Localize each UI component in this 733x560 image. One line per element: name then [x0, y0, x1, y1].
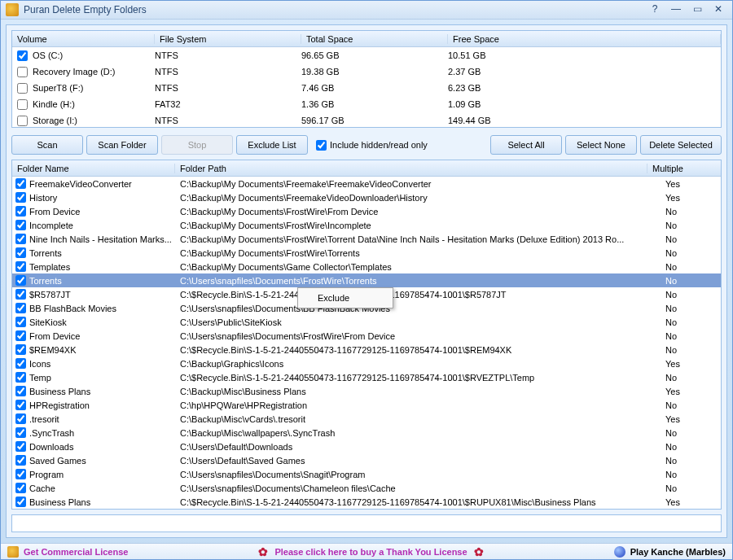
result-checkbox[interactable]	[15, 261, 26, 272]
volume-checkbox[interactable]	[17, 50, 28, 61]
col-folder-name[interactable]: Folder Name	[12, 164, 175, 173]
result-row[interactable]: .tresoritC:\Backup\Misc\vCards\.tresorit…	[12, 412, 721, 426]
result-checkbox[interactable]	[15, 372, 26, 383]
result-row[interactable]: Nine Inch Nails - Hesitation Marks...C:\…	[12, 232, 721, 246]
titlebar: Puran Delete Empty Folders ? — ▭ ✕	[1, 1, 732, 20]
result-checkbox[interactable]	[15, 317, 26, 327]
result-row[interactable]: CacheC:\Users\snapfiles\Documents\Chamel…	[12, 481, 721, 495]
result-checkbox[interactable]	[15, 358, 26, 369]
result-row[interactable]: DownloadsC:\Users\Default\DownloadsNo	[12, 440, 721, 453]
folder-name: BB FlashBack Movies	[29, 304, 116, 313]
volume-row[interactable]: OS (C:)NTFS96.65 GB10.51 GB	[12, 47, 721, 63]
result-checkbox[interactable]	[15, 247, 26, 258]
commercial-license-link[interactable]: Get Commercial License	[7, 546, 128, 558]
result-checkbox[interactable]	[15, 386, 26, 396]
result-row[interactable]: TorrentsC:\Backup\My Documents\FrostWire…	[12, 246, 721, 260]
folder-name: Icons	[29, 359, 50, 369]
result-row[interactable]: Saved GamesC:\Users\Default\Saved GamesN…	[12, 453, 721, 467]
col-filesystem[interactable]: File System	[155, 34, 301, 44]
scan-folder-button[interactable]: Scan Folder	[86, 135, 158, 155]
result-checkbox[interactable]	[15, 497, 26, 507]
col-volume[interactable]: Volume	[12, 34, 155, 44]
minimize-button[interactable]: —	[667, 3, 685, 16]
volumes-list[interactable]: Volume File System Total Space Free Spac…	[11, 30, 722, 128]
select-none-button[interactable]: Select None	[565, 135, 637, 155]
folder-name: .SyncTrash	[29, 428, 74, 438]
result-row[interactable]: $REM94XKC:\$Recycle.Bin\S-1-5-21-2440550…	[12, 343, 721, 357]
result-checkbox[interactable]	[15, 483, 26, 493]
exclude-list-button[interactable]: Exclude List	[236, 135, 308, 155]
result-row[interactable]: From DeviceC:\Backup\My Documents\FrostW…	[12, 204, 721, 218]
result-row[interactable]: SiteKioskC:\Users\Public\SiteKioskNo	[12, 315, 721, 329]
volume-checkbox[interactable]	[17, 99, 28, 110]
context-exclude[interactable]: Exclude	[300, 290, 391, 306]
folder-multiple: Yes	[661, 387, 721, 396]
result-row[interactable]: FreemakeVideoConverterC:\Backup\My Docum…	[12, 177, 721, 190]
result-row[interactable]: HistoryC:\Backup\My Documents\FreemakeVi…	[12, 190, 721, 204]
volume-checkbox[interactable]	[17, 83, 28, 94]
result-checkbox[interactable]	[15, 469, 26, 479]
result-row[interactable]: From DeviceC:\Users\snapfiles\Documents\…	[12, 329, 721, 343]
result-checkbox[interactable]	[15, 220, 26, 230]
result-checkbox[interactable]	[15, 400, 26, 410]
close-button[interactable]: ✕	[709, 3, 727, 16]
result-checkbox[interactable]	[15, 330, 26, 341]
result-checkbox[interactable]	[15, 344, 26, 355]
maximize-button[interactable]: ▭	[688, 3, 706, 16]
select-all-button[interactable]: Select All	[490, 135, 562, 155]
folder-path: C:\$Recycle.Bin\S-1-5-21-2440550473-1167…	[175, 497, 661, 507]
volume-row[interactable]: Kindle (H:)FAT321.36 GB1.09 GB	[12, 96, 721, 112]
play-kanche-link[interactable]: Play Kanche (Marbles)	[614, 546, 726, 558]
folder-path: C:\$Recycle.Bin\S-1-5-21-2440550473-1167…	[175, 345, 661, 355]
result-row[interactable]: Business PlansC:\$Recycle.Bin\S-1-5-21-2…	[12, 495, 721, 509]
result-checkbox[interactable]	[15, 206, 26, 217]
volume-checkbox[interactable]	[17, 67, 28, 77]
result-row[interactable]: IncompleteC:\Backup\My Documents\FrostWi…	[12, 218, 721, 232]
result-row[interactable]: IconsC:\Backup\Graphics\IconsYes	[12, 357, 721, 370]
result-checkbox[interactable]	[15, 303, 26, 313]
result-checkbox[interactable]	[15, 192, 26, 203]
result-checkbox[interactable]	[15, 275, 26, 286]
scan-button[interactable]: Scan	[11, 135, 83, 155]
result-checkbox[interactable]	[15, 289, 26, 300]
folder-multiple: No	[661, 248, 721, 258]
help-button[interactable]: ?	[646, 3, 664, 16]
result-row[interactable]: .SyncTrashC:\Backup\Misc\wallpapers\.Syn…	[12, 426, 721, 440]
col-total-space[interactable]: Total Space	[301, 34, 448, 44]
folder-multiple: No	[661, 373, 721, 383]
result-checkbox[interactable]	[15, 427, 26, 438]
folder-path: C:\Users\snapfiles\Documents\FrostWire\F…	[175, 331, 661, 341]
col-free-space[interactable]: Free Space	[448, 34, 721, 44]
result-row[interactable]: TempC:\$Recycle.Bin\S-1-5-21-2440550473-…	[12, 370, 721, 384]
volume-row[interactable]: SuperT8 (F:)NTFS7.46 GB6.23 GB	[12, 80, 721, 96]
volume-fs: NTFS	[155, 83, 301, 93]
volume-fs: NTFS	[155, 67, 301, 77]
result-row[interactable]: ProgramC:\Users\snapfiles\Documents\Snag…	[12, 467, 721, 481]
folder-multiple: Yes	[661, 193, 721, 203]
folder-path: C:\Users\Default\Saved Games	[175, 456, 661, 466]
result-checkbox[interactable]	[15, 441, 26, 452]
result-row[interactable]: TorrentsC:\Users\snapfiles\Documents\Fro…	[12, 273, 721, 287]
result-checkbox[interactable]	[15, 455, 26, 466]
result-row[interactable]: TemplatesC:\Backup\My Documents\Game Col…	[12, 260, 721, 273]
volume-free: 1.09 GB	[448, 99, 721, 109]
volume-row[interactable]: Recovery Image (D:)NTFS19.38 GB2.37 GB	[12, 63, 721, 80]
volume-row[interactable]: Storage (I:)NTFS596.17 GB149.44 GB	[12, 112, 721, 128]
results-list[interactable]: Folder Name Folder Path Multiple Freemak…	[11, 160, 722, 510]
col-multiple[interactable]: Multiple	[647, 164, 721, 173]
volume-free: 2.37 GB	[448, 67, 721, 77]
volume-checkbox[interactable]	[17, 116, 28, 126]
result-row[interactable]: Business PlansC:\Backup\Misc\Business Pl…	[12, 384, 721, 398]
delete-selected-button[interactable]: Delete Selected	[640, 135, 722, 155]
col-folder-path[interactable]: Folder Path	[175, 164, 647, 173]
result-checkbox[interactable]	[15, 178, 26, 189]
result-row[interactable]: HPRegistrationC:\hp\HPQWare\HPRegistrati…	[12, 398, 721, 412]
include-hidden-input[interactable]	[316, 140, 327, 151]
result-checkbox[interactable]	[15, 234, 26, 244]
thank-you-license-link[interactable]: ✿ Please click here to buy a Thank You L…	[128, 545, 613, 558]
folder-path: C:\Users\snapfiles\Documents\BB FlashBac…	[175, 304, 661, 313]
result-checkbox[interactable]	[15, 413, 26, 424]
include-hidden-checkbox[interactable]: Include hidden/read only	[316, 140, 428, 151]
folder-multiple: No	[661, 442, 721, 452]
disk-icon	[7, 546, 19, 558]
